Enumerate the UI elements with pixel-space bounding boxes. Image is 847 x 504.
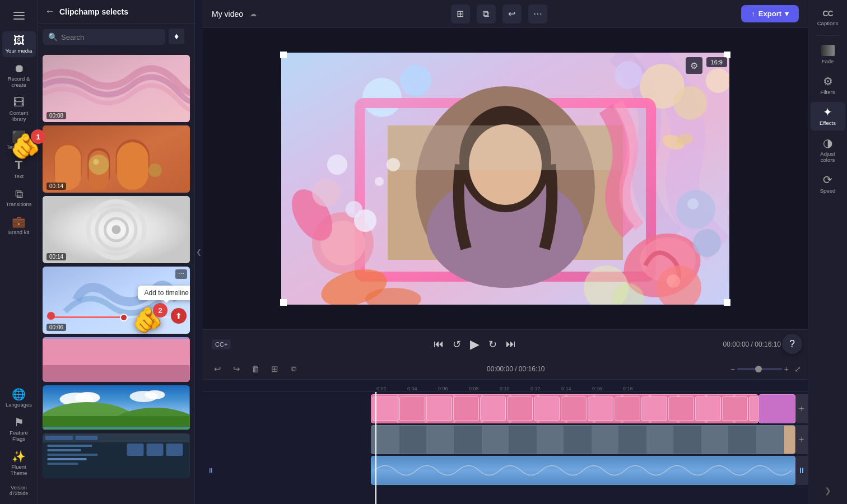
corner-handle-bl[interactable] [280,299,287,306]
time-display: 00:00:00 / 00:16:10 [723,340,781,348]
captions-icon: CC [822,9,832,18]
help-button[interactable]: ? [782,334,802,354]
sidebar-item-transitions[interactable]: ⧉ Transitions [2,185,36,211]
split-tool-button[interactable]: ⧉ [477,4,496,24]
search-bar: 🔍 [43,29,165,45]
captions-panel-button[interactable]: CC Captions [811,4,845,31]
sidebar-item-label: Brand kit [8,229,30,235]
svg-rect-55 [388,125,623,170]
content-library-icon: 🎞 [13,97,25,108]
adjust-colors-panel-button[interactable]: ◑ Adjust colors [811,133,845,167]
speed-panel-button[interactable]: ⟳ Speed [811,170,845,198]
sidebar-item-label: Contentlibrary [10,110,28,122]
sidebar-item-templates[interactable]: ⬛ Templates [2,128,36,153]
redo-timeline-button[interactable]: ↪ [229,361,244,377]
play-pause-button[interactable]: ▶ [468,335,482,354]
export-dropdown-icon: ▾ [785,10,789,18]
media-item-thumb6[interactable] [43,385,190,430]
sidebar-item-your-media[interactable]: 🖼 Your media [2,31,36,57]
clip-video[interactable] [371,425,795,454]
media-item-thumb7[interactable] [43,433,190,478]
more-options-button[interactable]: ⋯ [528,4,547,24]
ruler-mark: 0:02 [376,386,407,391]
media-item-thumb5[interactable] [43,337,190,382]
timeline-tracks: + [203,392,808,504]
sidebar-item-languages[interactable]: 🌐 Languages [2,385,36,411]
aspect-ratio-button[interactable]: 16:9 [706,57,727,67]
svg-point-45 [706,68,729,93]
svg-point-63 [387,158,400,171]
sidebar-item-content-library[interactable]: 🎞 Contentlibrary [2,94,36,125]
zoom-in-button[interactable]: + [784,365,789,374]
search-input[interactable] [61,33,160,41]
sidebar-item-fluent-theme[interactable]: ✨ Fluent Theme [2,447,36,479]
media-item-thumb4[interactable]: ⋯ 00:06 Add to timeline ⬆ [43,267,190,334]
track-audio: ⏸ ⏸ [203,456,808,485]
fade-panel-button[interactable]: Fade [811,40,845,69]
track-add-button[interactable]: + [795,394,808,423]
sidebar-item-record-create[interactable]: ⏺ Record &create [2,59,36,91]
track-label-audio: ⏸ [203,456,371,485]
audio-track-end[interactable]: ⏸ [795,456,808,485]
ruler-mark: 0:04 [407,386,438,391]
corner-handle-br[interactable] [724,299,730,306]
speed-label: Speed [820,188,835,194]
rewind-5s-button[interactable]: ↺ [450,336,463,353]
track-video-add-button[interactable]: + [795,425,808,454]
svg-point-24 [145,390,165,399]
sidebar-item-label: Templates [7,144,31,150]
your-media-icon: 🖼 [13,35,25,46]
save-frame-button[interactable]: ⊞ [267,361,282,377]
undo-timeline-button[interactable]: ↩ [210,361,225,377]
zoom-slider[interactable] [737,368,782,370]
cloud-icon: ☁ [250,10,257,18]
captions-button[interactable]: CC+ [212,339,231,349]
panel-collapse-handle[interactable]: ❮ [195,0,203,504]
premium-button[interactable]: ♦ [169,29,184,44]
corner-handle-tl[interactable] [280,52,287,58]
save-status: ☁ [250,10,257,18]
export-button[interactable]: ↑ Export ▾ [741,5,799,22]
expand-timeline-button[interactable]: ⤢ [794,365,801,374]
right-panel-collapse[interactable]: ❯ [820,482,836,500]
undo-button[interactable]: ↩ [502,4,522,24]
delete-timeline-button[interactable]: 🗑 [248,361,263,377]
svg-point-9 [93,159,99,165]
sidebar-item-brand-kit[interactable]: 💼 Brand kit [2,213,36,239]
track-content-overlay: + [371,394,808,423]
media-more-button[interactable]: ⋯ [175,269,187,279]
menu-button[interactable] [8,4,30,27]
media-item-thumb3[interactable]: 00:14 [43,196,190,263]
sidebar-item-text[interactable]: T Text [2,156,36,183]
svg-rect-19 [43,337,190,339]
clip-overlay[interactable] [371,394,758,423]
zoom-out-button[interactable]: − [730,365,735,374]
media-duration: 00:06 [46,324,66,331]
timeline-ruler: 0:02 0:04 0:06 0:08 0:10 0:12 0:14 0:16 … [203,380,808,392]
clip-overlay-small[interactable] [758,394,795,423]
adjust-colors-label: Adjust colors [813,151,843,163]
clip-audio[interactable] [371,456,795,485]
media-panel: ← Clipchamp selects 🔍 ♦ [38,0,195,504]
effects-panel-button[interactable]: ✦ Effects [811,102,845,130]
sidebar-item-label: Languages [6,402,32,408]
sidebar-item-label: Your media [6,48,32,54]
top-bar: My video ☁ ⊞ ⧉ ↩ ⋯ ↑ Export ▾ [203,0,808,28]
svg-rect-34 [48,454,98,456]
split-button[interactable]: ⧉ [286,361,301,377]
filters-panel-button[interactable]: ⚙ Filters [811,71,845,100]
ruler-mark: 0:18 [623,386,654,391]
svg-point-69 [693,229,721,257]
back-button[interactable]: ← [45,6,55,17]
media-item-thumb2[interactable]: 00:14 [43,125,190,193]
sidebar-item-feature-flags[interactable]: ⚑ Feature Flags [2,413,36,445]
forward-5s-button[interactable]: ↻ [486,336,499,353]
crop-tool-button[interactable]: ⊞ [451,4,470,24]
preview-settings-button[interactable]: ⚙ [686,57,702,74]
skip-to-end-button[interactable]: ⏭ [504,336,518,352]
ruler-mark: 0:14 [561,386,592,391]
media-item-thumb1[interactable]: 00:08 [43,55,190,122]
right-panel: CC Captions Fade ⚙ Filters ✦ Effects ◑ A… [808,0,847,504]
skip-to-start-button[interactable]: ⏮ [431,336,446,352]
record-create-icon: ⏺ [13,63,25,74]
